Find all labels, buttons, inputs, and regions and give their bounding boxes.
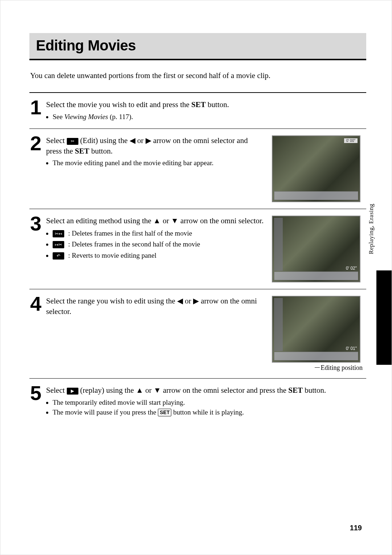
step-bullet: See Viewing Movies (p. 117).: [53, 112, 366, 122]
title-bar: Editing Movies: [29, 33, 366, 60]
screenshot-caption: Editing position: [272, 364, 366, 372]
up-arrow-icon: ▲: [153, 216, 161, 225]
screenshot-edit-method: 0' 02": [272, 216, 360, 282]
step-number: 2: [30, 135, 46, 152]
right-arrow-icon: ▶: [193, 297, 199, 305]
page-title: Editing Movies: [36, 37, 360, 54]
section-label: Replaying, Erasing: [368, 204, 375, 254]
step-number: 1: [30, 99, 46, 116]
revert-icon: ↶: [53, 252, 64, 260]
step-4: 4 Select the range you wish to edit usin…: [29, 289, 366, 379]
up-arrow-icon: ▲: [136, 386, 143, 394]
step-heading: Select an editing method using the ▲ or …: [46, 216, 265, 226]
manual-page: Editing Movies You can delete unwanted p…: [0, 0, 392, 555]
set-button-icon: SET: [158, 409, 171, 416]
step-number: 4: [30, 295, 46, 313]
step-5: 5 Select ▶ (replay) using the ▲ or ▼ arr…: [29, 379, 366, 424]
step-2: 2 Select ✂ (Edit) using the ◀ or ▶ arrow…: [29, 129, 366, 209]
icon-definition: ↦✂ : Deletes frames in the second half o…: [53, 239, 265, 250]
intro-text: You can delete unwanted portions from th…: [30, 70, 366, 81]
step-heading: Select ▶ (replay) using the ▲ or ▼ arrow…: [46, 385, 366, 395]
screenshot-timecode: 0' 02": [346, 266, 357, 271]
screenshot-toolbar: [274, 272, 358, 280]
screenshot-edit-range: 0' 01": [272, 296, 360, 363]
step-heading: Select the movie you wish to edit and pr…: [46, 99, 366, 110]
down-arrow-icon: ▼: [154, 386, 161, 394]
left-arrow-icon: ◀: [177, 297, 183, 305]
step-bullet: The movie will pause if you press the SE…: [53, 408, 366, 417]
section-tab: [376, 270, 392, 365]
step-number: 3: [30, 215, 46, 232]
screenshot-toolbar: [274, 352, 358, 360]
page-number: 119: [350, 524, 362, 532]
step-1: 1 Select the movie you wish to edit and …: [29, 93, 366, 129]
step-bullet: The temporarily edited movie will start …: [53, 398, 366, 407]
step-heading: Select the range you wish to edit using …: [46, 296, 265, 317]
down-arrow-icon: ▼: [171, 216, 179, 225]
edit-icon: ✂: [67, 138, 78, 144]
steps-list: 1 Select the movie you wish to edit and …: [29, 92, 366, 424]
screenshot-toolbar: [274, 191, 358, 200]
step-heading: Select ✂ (Edit) using the ◀ or ▶ arrow o…: [46, 135, 265, 156]
step-bullet: The movie editing panel and the movie ed…: [53, 158, 265, 168]
screenshot-timecode: 0' 01": [346, 346, 357, 351]
icon-definition: ↶ : Reverts to movie editing panel: [53, 250, 265, 261]
cut-second-half-icon: ↦✂: [53, 241, 64, 248]
screenshot-edit-panel: 0' 00": [272, 135, 360, 202]
replay-icon: ▶: [67, 388, 78, 394]
screenshot-sidebar: [274, 298, 283, 351]
cut-first-half-icon: ✂↤: [53, 230, 64, 237]
screenshot-sidebar: [274, 218, 283, 271]
left-arrow-icon: ◀: [130, 136, 135, 144]
step-3: 3 Select an editing method using the ▲ o…: [29, 209, 366, 289]
icon-definition: ✂↤ : Deletes frames in the first half of…: [53, 228, 265, 239]
screenshot-timecode: 0' 00": [344, 138, 358, 143]
right-arrow-icon: ▶: [146, 136, 151, 144]
step-number: 5: [30, 384, 46, 402]
